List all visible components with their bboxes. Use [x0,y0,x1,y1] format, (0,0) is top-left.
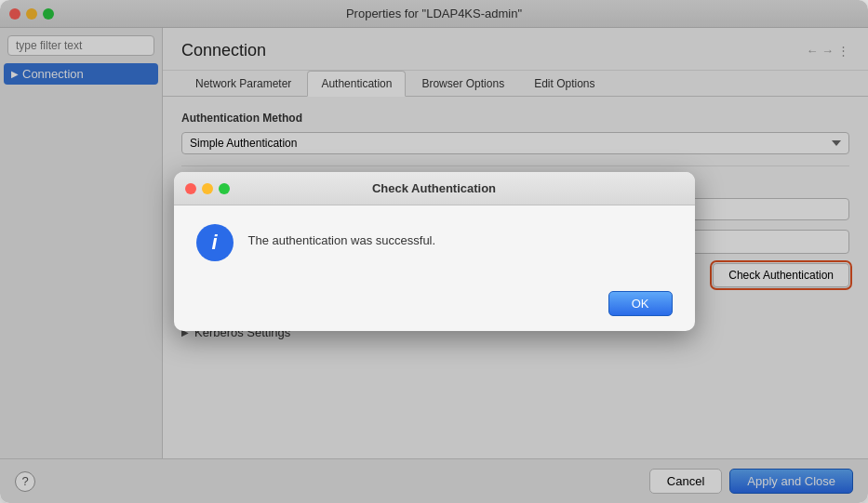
dialog-close-button[interactable] [185,183,196,194]
dialog-footer: OK [174,280,695,331]
dialog-window-controls [185,183,230,194]
info-icon: i [196,224,234,261]
dialog-overlay: Check Authentication i The authenticatio… [0,0,868,503]
dialog-message: The authentication was successful. [248,224,673,247]
dialog-minimize-button[interactable] [202,183,213,194]
ok-button[interactable]: OK [608,291,673,316]
dialog-body: i The authentication was successful. [174,205,695,280]
main-window: Properties for "LDAP4KS-admin" ▶ Connect… [0,0,868,503]
dialog-maximize-button[interactable] [219,183,230,194]
dialog-title: Check Authentication [372,181,496,195]
check-auth-dialog: Check Authentication i The authenticatio… [174,172,695,331]
dialog-title-bar: Check Authentication [174,172,695,205]
